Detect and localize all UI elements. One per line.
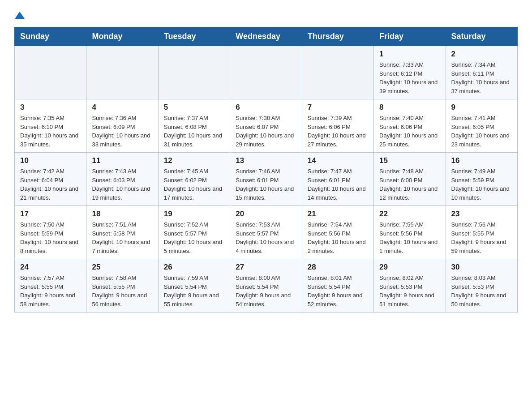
- day-info: Sunrise: 8:02 AMSunset: 5:53 PMDaylight:…: [379, 274, 440, 308]
- calendar-cell: 8Sunrise: 7:40 AMSunset: 6:06 PMDaylight…: [374, 99, 446, 153]
- calendar-cell: 12Sunrise: 7:45 AMSunset: 6:02 PMDayligh…: [158, 153, 230, 206]
- day-number: 26: [164, 263, 224, 272]
- day-number: 25: [92, 263, 152, 272]
- calendar-cell: 4Sunrise: 7:36 AMSunset: 6:09 PMDaylight…: [86, 99, 158, 153]
- calendar-cell: 26Sunrise: 7:59 AMSunset: 5:54 PMDayligh…: [158, 259, 230, 313]
- calendar-cell: 15Sunrise: 7:48 AMSunset: 6:00 PMDayligh…: [374, 153, 446, 206]
- weekday-header-row: SundayMondayTuesdayWednesdayThursdayFrid…: [15, 27, 518, 46]
- day-number: 9: [451, 103, 512, 112]
- day-number: 3: [20, 103, 81, 112]
- calendar-cell: [86, 46, 158, 99]
- svg-marker-0: [15, 12, 25, 19]
- calendar-cell: 28Sunrise: 8:01 AMSunset: 5:54 PMDayligh…: [302, 259, 373, 313]
- day-info: Sunrise: 7:41 AMSunset: 6:05 PMDaylight:…: [451, 114, 512, 149]
- day-number: 22: [379, 210, 440, 218]
- calendar-cell: 7Sunrise: 7:39 AMSunset: 6:06 PMDaylight…: [302, 99, 373, 153]
- weekday-header-thursday: Thursday: [302, 27, 373, 46]
- day-number: 20: [236, 210, 296, 218]
- calendar-cell: 24Sunrise: 7:57 AMSunset: 5:55 PMDayligh…: [15, 259, 86, 313]
- day-number: 17: [20, 210, 81, 218]
- calendar-cell: 25Sunrise: 7:58 AMSunset: 5:55 PMDayligh…: [86, 259, 158, 313]
- day-number: 14: [308, 156, 368, 165]
- day-info: Sunrise: 8:00 AMSunset: 5:54 PMDaylight:…: [236, 274, 296, 308]
- weekday-header-friday: Friday: [374, 27, 446, 46]
- day-info: Sunrise: 8:03 AMSunset: 5:53 PMDaylight:…: [451, 274, 512, 308]
- calendar-week-row: 1Sunrise: 7:33 AMSunset: 6:12 PMDaylight…: [15, 46, 518, 99]
- day-number: 11: [92, 156, 152, 165]
- day-number: 23: [451, 210, 512, 218]
- calendar-cell: 5Sunrise: 7:37 AMSunset: 6:08 PMDaylight…: [158, 99, 230, 153]
- day-info: Sunrise: 7:54 AMSunset: 5:56 PMDaylight:…: [308, 220, 368, 255]
- calendar-cell: 14Sunrise: 7:47 AMSunset: 6:01 PMDayligh…: [302, 153, 373, 206]
- calendar-cell: 19Sunrise: 7:52 AMSunset: 5:57 PMDayligh…: [158, 206, 230, 259]
- day-number: 24: [20, 263, 81, 272]
- day-number: 18: [92, 210, 152, 218]
- calendar-cell: 13Sunrise: 7:46 AMSunset: 6:01 PMDayligh…: [230, 153, 302, 206]
- day-number: 30: [451, 263, 512, 272]
- day-number: 7: [308, 103, 368, 112]
- logo-triangle-icon: [15, 11, 25, 20]
- calendar-cell: 1Sunrise: 7:33 AMSunset: 6:12 PMDaylight…: [374, 46, 446, 99]
- calendar-week-row: 17Sunrise: 7:50 AMSunset: 5:59 PMDayligh…: [15, 206, 518, 259]
- day-number: 28: [308, 263, 368, 272]
- day-number: 19: [164, 210, 224, 218]
- calendar-cell: 30Sunrise: 8:03 AMSunset: 5:53 PMDayligh…: [446, 259, 517, 313]
- calendar-cell: 20Sunrise: 7:53 AMSunset: 5:57 PMDayligh…: [230, 206, 302, 259]
- day-number: 5: [164, 103, 224, 112]
- day-info: Sunrise: 7:34 AMSunset: 6:11 PMDaylight:…: [451, 60, 512, 95]
- day-number: 2: [451, 50, 512, 59]
- day-info: Sunrise: 7:42 AMSunset: 6:04 PMDaylight:…: [20, 167, 81, 202]
- calendar-cell: 17Sunrise: 7:50 AMSunset: 5:59 PMDayligh…: [15, 206, 86, 259]
- calendar-cell: 3Sunrise: 7:35 AMSunset: 6:10 PMDaylight…: [15, 99, 86, 153]
- day-info: Sunrise: 7:43 AMSunset: 6:03 PMDaylight:…: [92, 167, 152, 202]
- day-info: Sunrise: 7:38 AMSunset: 6:07 PMDaylight:…: [236, 114, 296, 149]
- day-number: 8: [379, 103, 440, 112]
- day-number: 6: [236, 103, 296, 112]
- calendar-cell: [158, 46, 230, 99]
- day-info: Sunrise: 7:35 AMSunset: 6:10 PMDaylight:…: [20, 114, 81, 149]
- day-number: 15: [379, 156, 440, 165]
- calendar-cell: [302, 46, 373, 99]
- day-number: 27: [236, 263, 296, 272]
- day-info: Sunrise: 7:58 AMSunset: 5:55 PMDaylight:…: [92, 274, 152, 308]
- calendar-cell: 2Sunrise: 7:34 AMSunset: 6:11 PMDaylight…: [446, 46, 517, 99]
- logo: [14, 11, 25, 18]
- day-info: Sunrise: 7:39 AMSunset: 6:06 PMDaylight:…: [308, 114, 368, 149]
- page-header: [14, 11, 518, 18]
- day-number: 4: [92, 103, 152, 112]
- calendar-cell: 16Sunrise: 7:49 AMSunset: 5:59 PMDayligh…: [446, 153, 517, 206]
- day-number: 1: [379, 50, 440, 59]
- calendar-cell: 29Sunrise: 8:02 AMSunset: 5:53 PMDayligh…: [374, 259, 446, 313]
- calendar-cell: 23Sunrise: 7:56 AMSunset: 5:55 PMDayligh…: [446, 206, 517, 259]
- calendar-cell: 6Sunrise: 7:38 AMSunset: 6:07 PMDaylight…: [230, 99, 302, 153]
- day-info: Sunrise: 7:36 AMSunset: 6:09 PMDaylight:…: [92, 114, 152, 149]
- weekday-header-tuesday: Tuesday: [158, 27, 230, 46]
- day-info: Sunrise: 7:40 AMSunset: 6:06 PMDaylight:…: [379, 114, 440, 149]
- day-info: Sunrise: 7:53 AMSunset: 5:57 PMDaylight:…: [236, 220, 296, 255]
- day-number: 12: [164, 156, 224, 165]
- calendar-cell: [230, 46, 302, 99]
- calendar-week-row: 10Sunrise: 7:42 AMSunset: 6:04 PMDayligh…: [15, 153, 518, 206]
- calendar-cell: 22Sunrise: 7:55 AMSunset: 5:56 PMDayligh…: [374, 206, 446, 259]
- day-info: Sunrise: 7:57 AMSunset: 5:55 PMDaylight:…: [20, 274, 81, 308]
- day-number: 21: [308, 210, 368, 218]
- day-info: Sunrise: 7:50 AMSunset: 5:59 PMDaylight:…: [20, 220, 81, 255]
- weekday-header-sunday: Sunday: [15, 27, 86, 46]
- day-info: Sunrise: 7:55 AMSunset: 5:56 PMDaylight:…: [379, 220, 440, 255]
- day-info: Sunrise: 7:48 AMSunset: 6:00 PMDaylight:…: [379, 167, 440, 202]
- calendar-cell: 9Sunrise: 7:41 AMSunset: 6:05 PMDaylight…: [446, 99, 517, 153]
- day-info: Sunrise: 7:49 AMSunset: 5:59 PMDaylight:…: [451, 167, 512, 202]
- day-number: 13: [236, 156, 296, 165]
- day-info: Sunrise: 7:47 AMSunset: 6:01 PMDaylight:…: [308, 167, 368, 202]
- day-info: Sunrise: 8:01 AMSunset: 5:54 PMDaylight:…: [308, 274, 368, 308]
- day-info: Sunrise: 7:37 AMSunset: 6:08 PMDaylight:…: [164, 114, 224, 149]
- day-info: Sunrise: 7:46 AMSunset: 6:01 PMDaylight:…: [236, 167, 296, 202]
- calendar-cell: 21Sunrise: 7:54 AMSunset: 5:56 PMDayligh…: [302, 206, 373, 259]
- calendar-week-row: 3Sunrise: 7:35 AMSunset: 6:10 PMDaylight…: [15, 99, 518, 153]
- weekday-header-monday: Monday: [86, 27, 158, 46]
- day-number: 16: [451, 156, 512, 165]
- day-number: 29: [379, 263, 440, 272]
- calendar-week-row: 24Sunrise: 7:57 AMSunset: 5:55 PMDayligh…: [15, 259, 518, 313]
- day-info: Sunrise: 7:52 AMSunset: 5:57 PMDaylight:…: [164, 220, 224, 255]
- day-info: Sunrise: 7:56 AMSunset: 5:55 PMDaylight:…: [451, 220, 512, 255]
